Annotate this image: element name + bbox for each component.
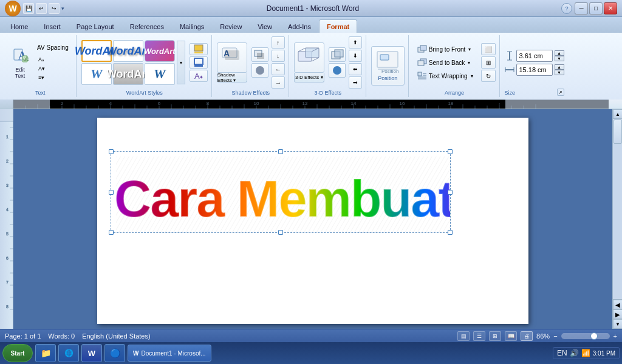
tilt-left-btn[interactable]: ⬅ [349,63,362,75]
scroll-up-btn[interactable]: ▲ [613,109,622,119]
format-mini-btn-1[interactable]: Aₐ [36,55,70,64]
position-button[interactable]: Position Position [371,46,405,86]
handle-mr[interactable] [448,190,453,195]
taskbar-doc-btn[interactable]: W Document1 - Microsof... [128,345,211,362]
view-print-btn[interactable]: 🖨 [521,331,533,341]
tab-page-layout[interactable]: Page Layout [69,19,122,33]
start-button[interactable]: Start [2,344,33,362]
rotate-btn[interactable]: ↻ [481,70,496,82]
shadow-effects-button[interactable]: A [217,42,247,73]
taskbar-systray: EN 🔊 📶 3:01 PM [553,347,620,359]
send-back-button[interactable]: Send to Back ▾ [414,56,477,69]
help-button[interactable]: ? [561,3,572,14]
svg-text:7: 7 [6,280,9,285]
bring-front-button[interactable]: Bring to Front ▾ [414,43,477,55]
view-web-btn[interactable]: ⊞ [489,331,501,341]
text-wrapping-dropdown[interactable]: ▾ [471,73,473,79]
text-wrapping-button[interactable]: Text Wrapping ▾ [414,70,477,82]
undo-button[interactable]: ↩ [36,3,47,14]
height-input[interactable] [516,50,553,62]
3d-color-btn[interactable] [329,63,346,78]
zoom-in-btn[interactable]: + [613,332,617,340]
handle-bl[interactable] [109,230,114,235]
effects-btn[interactable]: A✦ [190,70,208,82]
taskbar-other[interactable]: 🔵 [104,344,125,362]
nudge-shadow-right-btn[interactable]: → [272,76,285,89]
wordart-object[interactable]: Cara Membuat word art Cara Membuat word … [111,151,451,233]
tilt-up-btn[interactable]: ⬆ [349,36,362,49]
redo-button[interactable]: ↪ [49,3,60,14]
wordart-style-3[interactable]: WordArt [145,40,175,62]
edit-text-button[interactable]: A ab EditText [9,45,32,81]
bring-front-dropdown[interactable]: ▾ [468,47,471,52]
save-button[interactable]: 💾 [23,3,34,14]
3d-on-off-btn[interactable] [329,47,346,62]
close-button[interactable]: ✕ [604,2,617,15]
handle-br[interactable] [448,230,453,235]
zoom-slider[interactable] [561,333,610,339]
group-btn[interactable]: ⊞ [481,56,496,69]
shadow-color-btn[interactable] [251,63,268,78]
tab-review[interactable]: Review [212,19,250,33]
prev-page-btn[interactable]: ◀ [613,300,622,309]
shadow-dropdown-arrow[interactable]: Shadow Effects ▾ [217,73,247,83]
nudge-shadow-left-btn[interactable]: ← [272,63,285,75]
tab-view[interactable]: View [250,19,280,33]
handle-tm[interactable] [278,149,283,154]
wordart-gallery: WordArt WordArt WordArt W WordArt W [81,40,175,85]
taskbar-ie[interactable]: 🌐 [58,344,79,362]
height-down-btn[interactable]: ▼ [555,56,564,61]
width-down-btn[interactable]: ▼ [555,70,564,75]
office-button[interactable]: W [5,1,21,16]
spacing-button[interactable]: AV Spacing [33,42,72,53]
taskbar-explorer[interactable]: 📁 [35,344,56,362]
height-up-btn[interactable]: ▲ [555,50,564,56]
wordart-style-6[interactable]: W [145,63,175,85]
view-reading-btn[interactable]: 📖 [505,331,517,341]
threed-content: 3-D Effects ▾ ⬆ ⬇ ⬅ ➡ [294,36,362,89]
zoom-out-btn[interactable]: − [553,332,557,340]
send-back-dropdown[interactable]: ▾ [468,60,470,66]
tilt-down-btn[interactable]: ⬇ [349,50,362,62]
3d-dropdown-arrow[interactable]: 3-D Effects ▾ [294,73,324,83]
tilt-right-btn[interactable]: ➡ [349,76,362,89]
format-mini-btn-3[interactable]: ≡▾ [36,73,70,82]
align-btn[interactable]: ⬜ [481,43,496,55]
3d-effects-button[interactable] [294,42,324,73]
handle-tr[interactable] [448,149,453,154]
view-outline-btn[interactable]: ☰ [473,331,485,341]
gallery-scroll-btn[interactable]: ▾ [177,41,185,84]
next-page-btn[interactable]: ▶ [613,309,622,319]
view-normal-btn[interactable]: ▤ [457,331,470,341]
shadow-on-off-btn[interactable] [251,47,268,62]
tab-home[interactable]: Home [2,19,36,33]
tab-format[interactable]: Format [319,19,357,33]
doc-scroll[interactable]: Cara Membuat word art Cara Membuat word … [13,109,612,329]
width-up-btn[interactable]: ▲ [555,64,564,70]
size-dialog-btn[interactable]: ↗ [557,89,564,96]
nudge-shadow-up-btn[interactable]: ↑ [272,36,285,49]
width-input[interactable] [516,64,553,76]
scroll-down-btn[interactable]: ▼ [613,319,622,329]
wordart-style-2[interactable]: WordArt [113,40,143,62]
outline-color-btn[interactable] [190,56,208,69]
taskbar-word-icon[interactable]: W [81,344,102,362]
handle-tl[interactable] [109,149,114,154]
handle-bm[interactable] [278,230,283,235]
zoom-thumb[interactable] [590,332,598,340]
tab-add-ins[interactable]: Add-Ins [280,19,319,33]
arrange-stack: Bring to Front ▾ Send to Back ▾ Text Wra… [414,43,477,82]
scroll-thumb[interactable] [613,120,622,144]
maximize-button[interactable]: □ [589,2,603,15]
svg-rect-98 [13,99,50,109]
format-mini-btn-2[interactable]: A▾ [36,64,70,73]
wordart-style-5[interactable]: WordArt [113,63,143,85]
nudge-shadow-down-btn[interactable]: ↓ [272,50,285,62]
tab-references[interactable]: References [122,19,172,33]
tab-mailings[interactable]: Mailings [172,19,212,33]
minimize-button[interactable]: ─ [575,2,588,15]
edit-text-icon: A ab [12,47,29,66]
tab-insert[interactable]: Insert [36,19,69,33]
fill-color-btn[interactable] [190,43,208,55]
handle-ml[interactable] [109,190,114,195]
